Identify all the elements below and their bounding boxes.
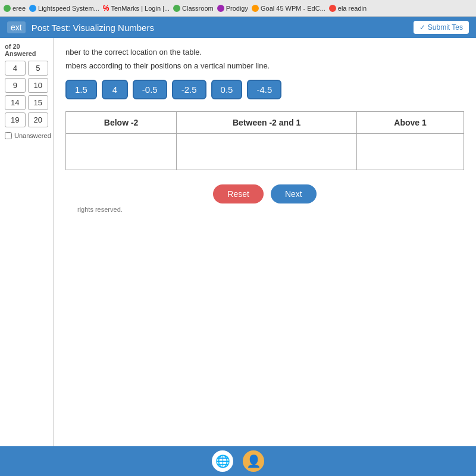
instruction-1: nber to the correct location on the tabl… [65,48,464,57]
unanswered-filter[interactable]: Unanswered [5,132,48,139]
sidebar-num-4[interactable]: 4 [5,61,26,76]
chip-neg4.5[interactable]: -4.5 [247,80,281,99]
sort-table: Below -2 Between -2 and 1 Above 1 [65,111,464,170]
copyright: rights reserved. [65,203,464,215]
col-above-1: Above 1 [357,112,464,134]
cell-below-2[interactable] [66,134,177,170]
unanswered-label: Unanswered [14,132,51,139]
sidebar-num-10[interactable]: 10 [28,78,49,93]
sidebar-num-5[interactable]: 5 [28,61,49,76]
tab-prodigy[interactable]: Prodigy [217,5,248,12]
back-button[interactable]: ext [7,21,26,33]
taskbar: 🌐 👤 [0,446,476,476]
chip-neg2.5[interactable]: -2.5 [172,80,206,99]
sidebar-num-9[interactable]: 9 [5,78,26,93]
tab-classroom[interactable]: Classroom [173,5,214,12]
tab-ela[interactable]: ela readin [329,5,367,12]
main-area: of 20 Answered 4 5 9 10 14 15 19 20 Unan… [0,38,476,446]
unanswered-checkbox[interactable] [5,132,12,139]
chip-1.5[interactable]: 1.5 [65,80,97,99]
col-between: Between -2 and 1 [177,112,357,134]
chip-0.5[interactable]: 0.5 [211,80,243,99]
instruction-2: mbers according to their positions on a … [65,61,464,70]
number-grid: 4 5 9 10 14 15 19 20 [5,61,48,127]
col-below-2: Below -2 [66,112,177,134]
app-header: ext Post Test: Visualizing Numbers ✓ Sub… [0,17,476,38]
sidebar-num-19[interactable]: 19 [5,112,26,127]
tab-goal[interactable]: Goal 45 WPM - EdC... [252,5,325,12]
user-icon[interactable]: 👤 [243,450,264,472]
reset-button[interactable]: Reset [213,184,264,203]
submit-button[interactable]: ✓ Submit Tes [414,21,469,34]
cell-between[interactable] [177,134,357,170]
browser-tab-bar: eree Lightspeed System... % TenMarks | L… [0,0,476,17]
tab-tenmarks[interactable]: % TenMarks | Login |... [103,4,170,12]
chrome-icon[interactable]: 🌐 [212,450,233,472]
tab-eree[interactable]: eree [4,5,26,12]
tab-lightspeed[interactable]: Lightspeed System... [29,5,99,12]
next-button[interactable]: Next [271,184,317,203]
action-buttons: Reset Next [65,184,464,203]
sidebar: of 20 Answered 4 5 9 10 14 15 19 20 Unan… [0,38,54,446]
chip-neg0.5[interactable]: -0.5 [133,80,167,99]
chip-4[interactable]: 4 [102,80,128,99]
number-chips-container: 1.5 4 -0.5 -2.5 0.5 -4.5 [65,80,464,99]
cell-above-1[interactable] [357,134,464,170]
sidebar-num-20[interactable]: 20 [28,112,49,127]
content-area: nber to the correct location on the tabl… [54,38,476,446]
page-title: Post Test: Visualizing Numbers [32,23,408,33]
sidebar-num-14[interactable]: 14 [5,95,26,110]
progress-label: of 20 Answered [5,43,48,57]
table-row [66,134,464,170]
sidebar-num-15[interactable]: 15 [28,95,49,110]
